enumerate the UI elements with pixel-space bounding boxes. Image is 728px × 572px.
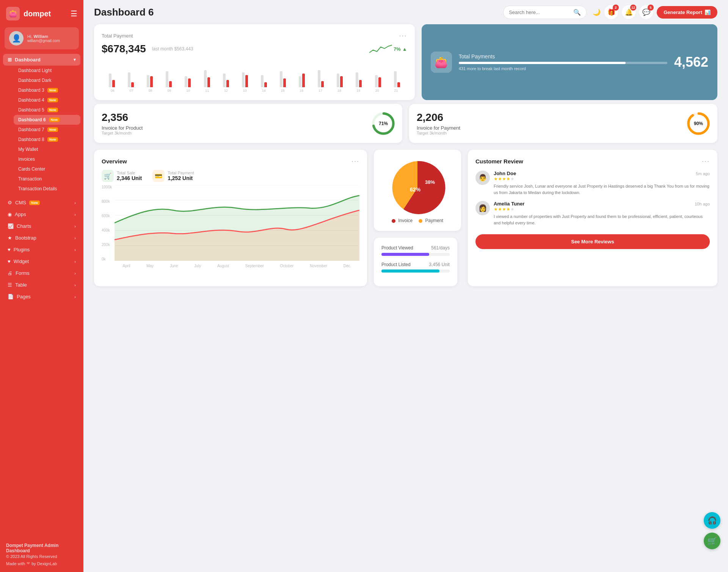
product-stats-card: Product Viewed 561/days Product Listed 3… bbox=[374, 238, 457, 286]
sidebar-item-dashboard-3[interactable]: Dashboard 3 New bbox=[14, 85, 80, 95]
footer-title: Dompet Payment Admin Dashboard bbox=[6, 543, 77, 553]
sidebar-item-dashboard-light[interactable]: Dashboard Light bbox=[14, 66, 80, 75]
search-box: 🔍 bbox=[503, 6, 587, 19]
bar-col bbox=[331, 63, 348, 87]
overview-legend: 🛒 Total Sale 2,346 Unit 💳 Total Payment … bbox=[102, 170, 359, 182]
invoice-payment-label: Invoice for Payment bbox=[417, 125, 682, 131]
sidebar-item-pages[interactable]: 📄Pages› bbox=[3, 291, 80, 302]
review-stars-2: ★★★★★ bbox=[494, 207, 710, 212]
page-title: Dashboard 6 bbox=[94, 6, 497, 18]
sidebar-item-invoices[interactable]: Invoices bbox=[14, 154, 80, 164]
sidebar-item-transaction-details[interactable]: Transaction Details bbox=[14, 184, 80, 194]
invoice-product-pct: 71% bbox=[379, 121, 388, 126]
area-chart-wrap: April May June July August September Oct… bbox=[115, 185, 359, 268]
review-menu[interactable]: ··· bbox=[702, 157, 710, 165]
bar-col bbox=[255, 63, 273, 87]
review-item-1: 👨 John Doe 5m ago ★★★★★ Friendly service… bbox=[475, 171, 710, 196]
invoice-payment-pct: 90% bbox=[694, 121, 703, 126]
product-listed-fill bbox=[381, 270, 439, 273]
chevron-right-icon: › bbox=[74, 201, 76, 205]
blue-progress-bar bbox=[459, 62, 667, 64]
bar-col bbox=[350, 63, 367, 87]
total-payment-menu[interactable]: ··· bbox=[399, 32, 407, 40]
sidebar-item-transaction[interactable]: Transaction bbox=[14, 174, 80, 184]
sidebar-item-forms[interactable]: 🖨Forms› bbox=[3, 267, 80, 279]
review-text-1: Friendly service Josh, Lunar and everyon… bbox=[494, 183, 710, 196]
product-listed-stat: Product Listed 3,456 Unit bbox=[381, 262, 450, 273]
review-item-2: 👩 Amelia Tuner 10h ago ★★★★★ I viewed a … bbox=[475, 201, 710, 226]
sidebar-item-my-wallet[interactable]: My Wallet bbox=[14, 144, 80, 154]
hamburger-icon[interactable]: ☰ bbox=[71, 9, 77, 18]
sidebar-item-table[interactable]: ☰Table› bbox=[3, 279, 80, 291]
legend-total-sale: 🛒 Total Sale 2,346 Unit bbox=[102, 170, 142, 182]
footer-copyright: © 2023 All Rights Reserved bbox=[6, 554, 77, 559]
footer-made-by: Made with ❤ by DexignLab bbox=[6, 561, 77, 566]
sidebar-item-dashboard-7[interactable]: Dashboard 7 New bbox=[14, 125, 80, 135]
bar-col bbox=[388, 63, 406, 87]
overview-menu[interactable]: ··· bbox=[351, 157, 359, 165]
bar-col bbox=[217, 63, 235, 87]
bar-x-labels: 06 07 08 09 10 11 12 13 14 15 16 17 18 1… bbox=[102, 89, 407, 92]
product-viewed-fill bbox=[381, 253, 429, 256]
row-3: Overview ··· 🛒 Total Sale 2,346 Unit 💳 bbox=[94, 150, 717, 286]
see-more-reviews-button[interactable]: See More Reviews bbox=[475, 234, 710, 249]
bar-col bbox=[179, 63, 196, 87]
total-sale-icon: 🛒 bbox=[102, 170, 114, 182]
sidebar-item-dashboard-dark[interactable]: Dashboard Dark bbox=[14, 75, 80, 85]
sidebar-item-charts[interactable]: 📈Charts› bbox=[3, 220, 80, 232]
invoice-product-card: 2,356 Invoice for Product Target 3k/mont… bbox=[94, 104, 402, 143]
bar-col bbox=[312, 63, 329, 87]
user-greeting: Hi, William bbox=[27, 34, 60, 39]
gift-badge: 2 bbox=[613, 5, 619, 11]
review-name-1: John Doe bbox=[494, 171, 516, 176]
chat-button[interactable]: 💬 5 bbox=[639, 5, 653, 19]
search-input[interactable] bbox=[509, 9, 570, 15]
invoice-payment-donut: 90% bbox=[687, 112, 710, 135]
invoice-product-sub: Target 3k/month bbox=[102, 131, 367, 135]
chat-badge: 5 bbox=[648, 5, 654, 11]
chevron-right-icon: › bbox=[74, 224, 76, 229]
sidebar-item-plugins[interactable]: ♥Plugins› bbox=[3, 244, 80, 255]
y-axis-labels: 1000k 800k 600k 400k 200k 0k bbox=[102, 185, 112, 268]
blue-card-number: 4,562 bbox=[674, 54, 708, 70]
sidebar-item-dashboard-8[interactable]: Dashboard 8 New bbox=[14, 135, 80, 144]
sidebar-item-widget[interactable]: ♥Widget› bbox=[3, 255, 80, 267]
brand-icon: 👛 bbox=[6, 7, 20, 20]
row-2: 2,356 Invoice for Product Target 3k/mont… bbox=[94, 104, 717, 143]
content: Total Payment ··· $678,345 last month $5… bbox=[83, 24, 728, 572]
total-sale-value: 2,346 Unit bbox=[117, 175, 142, 181]
review-stars-1: ★★★★★ bbox=[494, 176, 710, 182]
main-nav: ⚙CMSNew› ◉Apps› 📈Charts› ★Bootstrap› ♥Pl… bbox=[0, 197, 83, 302]
sidebar-item-dashboard-6[interactable]: Dashboard 6 New bbox=[14, 115, 80, 125]
pie-chart-card: 62% 38% Invoice Payment bbox=[374, 150, 461, 231]
customer-review-card: Customer Review ··· 👨 John Doe 5m ago ★★… bbox=[468, 150, 717, 286]
notification-button[interactable]: 🔔 12 bbox=[622, 5, 635, 19]
svg-text:38%: 38% bbox=[425, 179, 435, 185]
total-payment-icon: 💳 bbox=[152, 170, 165, 182]
invoice-payment-sub: Target 3k/month bbox=[417, 131, 682, 135]
review-name-2: Amelia Tuner bbox=[494, 201, 524, 207]
trend-sparkline bbox=[369, 43, 392, 55]
bar-col bbox=[236, 63, 254, 87]
notification-badge: 12 bbox=[630, 5, 636, 11]
blue-card-title: Total Payments bbox=[459, 53, 667, 60]
cart-float-button[interactable]: 🛒 bbox=[704, 533, 720, 549]
chevron-right-icon: › bbox=[74, 271, 76, 276]
svg-text:62%: 62% bbox=[410, 186, 421, 193]
chart-bar-icon: 📊 bbox=[704, 9, 711, 15]
sidebar-item-dashboard-5[interactable]: Dashboard 5 New bbox=[14, 105, 80, 115]
bar-col bbox=[293, 63, 311, 87]
gift-button[interactable]: 🎁 2 bbox=[604, 5, 618, 19]
total-payment-label: Total Payment bbox=[102, 33, 133, 39]
generate-report-button[interactable]: Generate Report 📊 bbox=[657, 6, 717, 19]
wallet-icon: 👛 bbox=[431, 52, 452, 73]
sidebar-item-bootstrap[interactable]: ★Bootstrap› bbox=[3, 232, 80, 244]
sidebar-item-dashboard-4[interactable]: Dashboard 4 New bbox=[14, 95, 80, 105]
sidebar-item-apps[interactable]: ◉Apps› bbox=[3, 208, 80, 220]
review-avatar-1: 👨 bbox=[475, 171, 490, 185]
dashboard-menu[interactable]: ⊞ Dashboard ▾ bbox=[3, 54, 80, 66]
sidebar-item-cards-center[interactable]: Cards Center bbox=[14, 164, 80, 174]
support-float-button[interactable]: 🎧 bbox=[704, 512, 720, 529]
theme-toggle[interactable]: 🌙 bbox=[593, 8, 601, 16]
sidebar-item-cms[interactable]: ⚙CMSNew› bbox=[3, 197, 80, 208]
